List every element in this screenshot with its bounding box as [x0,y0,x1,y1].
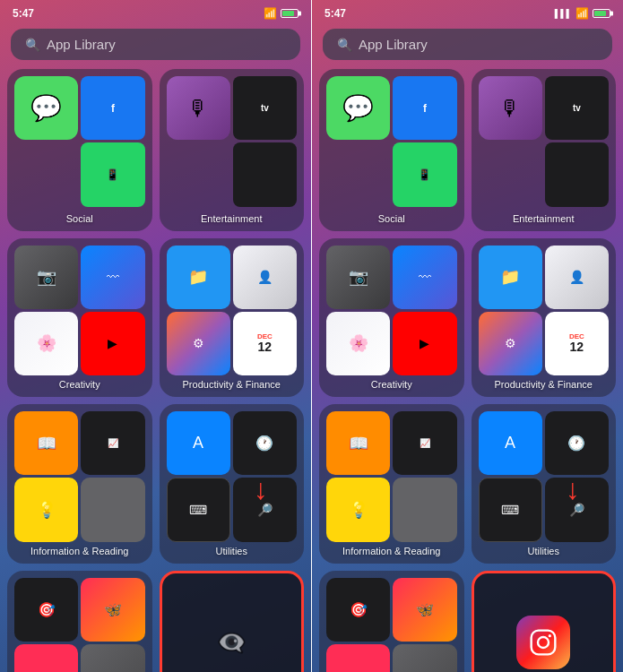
search-bar-left[interactable]: 🔍 App Library [11,29,300,60]
app-camera-right[interactable]: 📷 [326,246,390,309]
app-calendar[interactable]: DEC 12 [233,312,297,375]
app-stocks[interactable]: 📈 [81,411,144,475]
app-magnifier-right[interactable]: 🔎 [545,478,609,541]
app-extra2-right[interactable] [393,478,456,541]
battery-icon-right [593,9,610,18]
app-freeform-right[interactable]: 〰 [393,246,456,309]
app-messages-right[interactable]: 💬 [326,76,390,140]
folder-other[interactable]: 🎯 🦋 ♥ Other [7,571,152,673]
wifi-icon: 📶 [264,7,277,20]
app-appletv-right[interactable]: tv [545,76,609,140]
productivity-apps-right: 📁 👤 ⚙ DEC 12 [479,246,610,376]
folder-productivity[interactable]: 📁 👤 ⚙ DEC 12 Productivity & Finance [160,238,305,398]
app-magnifier[interactable]: 🔎 [233,478,297,541]
app-bulb-right[interactable]: 💡 [326,478,390,541]
other-apps-right: 🎯 🦋 ♥ [326,578,457,673]
app-extra-right[interactable] [545,142,609,206]
app-whatsapp[interactable]: 📱 [81,142,144,206]
app-instagram[interactable] [516,616,570,669]
app-grid-right: 💬 f 📱 Social 🎙 tv Entertainment [312,69,623,672]
app-shortcuts[interactable]: ⚙ [167,312,230,375]
folder-utilities[interactable]: A 🕐 ⌨ 🔎 Utilities [160,404,305,564]
app-youtube-right[interactable]: ▶ [393,312,456,375]
folder-hidden-right[interactable]: Hidden [472,571,617,673]
app-calculator[interactable]: ⌨ [167,478,230,541]
app-messages[interactable]: 💬 [14,76,78,140]
app-freeform[interactable]: 〰 [81,246,144,309]
app-facebook-right[interactable]: f [393,76,456,140]
app-books-right[interactable]: 📖 [326,411,390,475]
folder-utilities-right[interactable]: A 🕐 ⌨ 🔎 Utilities [472,404,617,564]
app-butterfly[interactable]: 🦋 [81,578,144,642]
app-clock[interactable]: 🕐 [233,411,297,475]
search-label-left: App Library [47,37,116,52]
app-files[interactable]: 📁 [167,246,230,309]
app-bulb[interactable]: 💡 [14,478,78,541]
info-apps: 📖 📈 💡 [14,411,145,542]
folder-entertainment-label: Entertainment [201,213,262,224]
folder-info-label: Information & Reading [30,546,128,556]
entertainment-small-right: tv [545,76,609,207]
app-appstore-right[interactable]: A [479,411,542,475]
app-podcasts[interactable]: 🎙 [167,76,230,140]
creativity-apps-right: 📷 〰 🌸 ▶ [326,246,457,376]
app-shortcuts-right[interactable]: ⚙ [479,312,542,375]
app-calculator-right[interactable]: ⌨ [479,478,542,541]
info-label-right: Information & Reading [342,546,440,556]
app-butterfly-right[interactable]: 🦋 [393,578,456,642]
app-camera[interactable]: 📷 [14,246,78,309]
folder-social[interactable]: 💬 f 📱 Social [7,69,152,231]
svg-rect-0 [532,631,556,655]
app-podcasts-right[interactable]: 🎙 [479,76,542,140]
folder-hidden-left[interactable]: 👁‍🗨 Hidden [160,571,305,673]
app-extra[interactable] [233,142,297,206]
folder-creativity-right[interactable]: 📷 〰 🌸 ▶ Creativity [319,238,464,398]
app-photos[interactable]: 🌸 [14,312,78,375]
app-health[interactable]: ♥ [14,644,78,672]
app-appletv[interactable]: tv [233,76,297,140]
social-small-stack: f 📱 [81,76,144,207]
app-calendar-right[interactable]: DEC 12 [545,312,609,375]
app-health-right[interactable]: ♥ [326,644,390,672]
status-bar-left: 5:47 📶 [0,0,311,23]
other-apps: 🎯 🦋 ♥ [14,578,145,673]
app-photos-right[interactable]: 🌸 [326,312,390,375]
folder-info-right[interactable]: 📖 📈 💡 Information & Reading [319,404,464,564]
folder-other-right[interactable]: 🎯 🦋 ♥ Other [319,571,464,673]
folder-entertainment[interactable]: 🎙 tv Entertainment [160,69,305,231]
app-books[interactable]: 📖 [14,411,78,475]
entertainment-small-stack: tv [233,76,297,207]
app-appstore[interactable]: A [167,411,230,475]
hidden-inner-left: 👁‍🗨 [169,581,295,673]
app-youtube[interactable]: ▶ [81,312,144,375]
phone-panel-left: 5:47 📶 🔍 App Library 💬 f 📱 Social [0,0,311,672]
app-clock-right[interactable]: 🕐 [545,411,609,475]
folder-productivity-right[interactable]: 📁 👤 ⚙ DEC 12 Productivity & Finance [472,238,617,398]
app-extra2[interactable] [81,478,144,541]
app-facebook[interactable]: f [81,76,144,140]
utilities-apps-right: A 🕐 ⌨ 🔎 [479,411,610,542]
social-label-right: Social [378,213,405,224]
folder-entertainment-right[interactable]: 🎙 tv Entertainment [472,69,617,231]
app-misc[interactable] [81,644,144,672]
folder-social-right[interactable]: 💬 f 📱 Social [319,69,464,231]
app-contacts-right[interactable]: 👤 [545,246,609,309]
search-icon-left: 🔍 [25,38,40,52]
svg-point-1 [538,637,549,648]
folder-information[interactable]: 📖 📈 💡 Information & Reading [7,404,152,564]
social-apps-right: 💬 f 📱 [326,76,457,210]
folder-utilities-label: Utilities [216,546,247,556]
search-icon-right: 🔍 [337,38,352,52]
app-misc-right[interactable] [393,644,456,672]
folder-creativity[interactable]: 📷 〰 🌸 ▶ Creativity [7,238,152,398]
app-files-right[interactable]: 📁 [479,246,542,309]
productivity-apps: 📁 👤 ⚙ DEC 12 [167,246,298,376]
status-icons-left: 📶 [264,7,299,20]
app-contacts[interactable]: 👤 [233,246,297,309]
app-activity[interactable]: 🎯 [14,578,78,642]
search-bar-right[interactable]: 🔍 App Library [323,29,612,60]
app-activity-right[interactable]: 🎯 [326,578,390,642]
app-whatsapp-right[interactable]: 📱 [393,142,456,206]
app-grid-left: 💬 f 📱 Social 🎙 tv Entertainment [0,69,311,672]
app-stocks-right[interactable]: 📈 [393,411,456,475]
